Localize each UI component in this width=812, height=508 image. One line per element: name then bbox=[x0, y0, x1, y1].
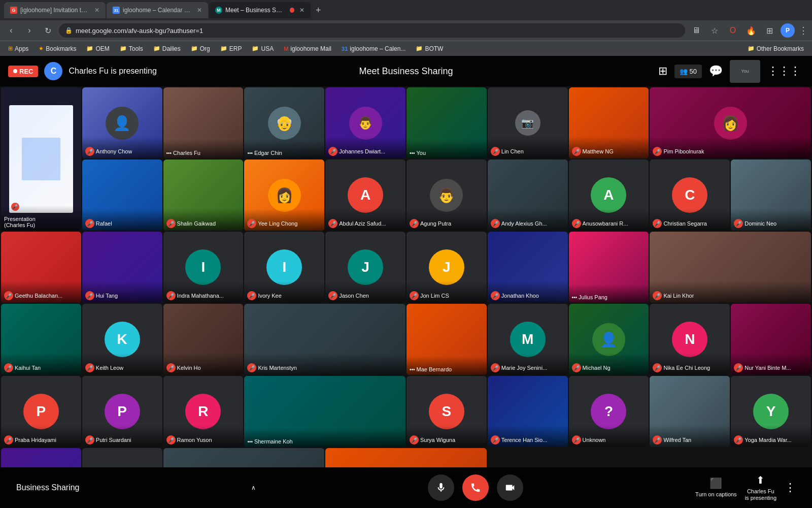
tile-andy: 🎤 Andy Alexius Gh... bbox=[488, 160, 568, 231]
bookmark-oem[interactable]: 📁 OEM bbox=[82, 44, 113, 53]
bookmark-botw[interactable]: 📁 BOTW bbox=[412, 44, 447, 53]
other-bookmarks-label: Other Bookmarks bbox=[757, 45, 804, 52]
shermaine-name-badge: ••• Shermaine Koh bbox=[244, 428, 405, 447]
yoga-name: Yoga Mardia War... bbox=[745, 437, 792, 443]
christian-mute-icon: 🎤 bbox=[653, 219, 662, 228]
tab-meet[interactable]: M Meet – Business Sharing ✕ bbox=[209, 2, 311, 18]
meet-title: Meet Business Sharing bbox=[359, 66, 453, 77]
cast-button[interactable]: 🖥 bbox=[689, 23, 703, 38]
profile-avatar[interactable]: P bbox=[781, 23, 795, 38]
bookmark-bookmarks[interactable]: ★ Bookmarks bbox=[35, 44, 80, 53]
hangup-button[interactable] bbox=[462, 474, 489, 501]
bookmark-igloohome-mail[interactable]: M igloohome Mail bbox=[280, 44, 335, 53]
nur-yani-name-badge: 🎤 Nur Yani Binte M... bbox=[731, 353, 811, 375]
chat-button[interactable]: 💬 bbox=[706, 61, 726, 81]
browser-menu-button[interactable]: ⋮ bbox=[799, 25, 808, 36]
johannes-name-badge: 🎤 Johannes Dwiart... bbox=[325, 137, 405, 158]
tile-row6-5 bbox=[325, 448, 487, 467]
bookmark-apps[interactable]: ⊞ Apps bbox=[4, 44, 32, 53]
tile-julius: ••• Julius Pang bbox=[569, 232, 649, 303]
ramon-name-badge: 🎤 Ramon Yuson bbox=[163, 425, 244, 447]
gmail-tab-label: [igloohome] Invitation to pitch t... bbox=[20, 7, 89, 14]
julius-name: Julius Pang bbox=[579, 294, 607, 300]
tab-gmail[interactable]: G [igloohome] Invitation to pitch t... ✕ bbox=[4, 2, 106, 18]
abdul-mute-icon: 🎤 bbox=[328, 219, 337, 228]
tile-johannes: 👨 🎤 Johannes Dwiart... bbox=[325, 87, 405, 158]
lin-chen-name: Lin Chen bbox=[501, 148, 524, 154]
agung-name-badge: 🎤 Agung Putra bbox=[407, 209, 487, 231]
dailies-label: Dailies bbox=[162, 45, 181, 52]
mae-controls: ••• Mae Bernardo bbox=[410, 366, 452, 372]
hui-tang-name: Hui Tang bbox=[96, 293, 118, 299]
tile-terence: 🎤 Terence Han Sio... bbox=[488, 376, 568, 447]
jon-lim-controls: 🎤 Jon Lim CS bbox=[410, 291, 449, 300]
bookmark-other[interactable]: 📁 Other Bookmarks bbox=[743, 44, 808, 53]
ivory-name: Ivory Kee bbox=[258, 293, 281, 299]
meet-tab-close[interactable]: ✕ bbox=[299, 7, 304, 14]
tile-praba: P 🎤 Praba Hridayami bbox=[1, 376, 81, 447]
unknown-mute-icon: 🎤 bbox=[572, 435, 581, 444]
tile-anthony-chow: 👤 🎤 Anthony Chow bbox=[82, 87, 162, 158]
reload-button[interactable]: ↻ bbox=[41, 23, 55, 38]
tab-calendar[interactable]: 31 igloohome – Calendar – Week of ... ✕ bbox=[107, 2, 208, 18]
extensions-button[interactable]: ⊞ bbox=[762, 23, 776, 38]
shalin-name: Shalin Gaikwad bbox=[177, 220, 216, 227]
tile-putri: P 🎤 Putri Suardani bbox=[82, 376, 162, 447]
participants-button[interactable]: 👥 50 bbox=[674, 65, 702, 78]
opera-button[interactable]: O bbox=[726, 23, 740, 38]
mae-name-badge: ••• Mae Bernardo bbox=[407, 356, 487, 375]
calendar-tab-close[interactable]: ✕ bbox=[197, 7, 202, 14]
share-screen-button[interactable]: ⬆ Charles Fuis presenting bbox=[745, 474, 776, 501]
address-bar[interactable]: 🔒 meet.google.com/afv-ausk-bgu?authuser=… bbox=[59, 23, 685, 38]
pim-name: Pim Piboolnurak bbox=[663, 148, 704, 154]
bookmark-usa[interactable]: 📁 USA bbox=[248, 44, 278, 53]
captions-button[interactable]: ⬛ Turn on captions bbox=[695, 477, 737, 498]
ramon-controls: 🎤 Ramon Yuson bbox=[166, 435, 212, 444]
bookmark-igloohome-calendar[interactable]: 31 igloohome – Calen... bbox=[337, 44, 410, 53]
bookmark-org[interactable]: 📁 Org bbox=[187, 44, 214, 53]
camera-button[interactable] bbox=[497, 474, 523, 501]
back-button[interactable]: ‹ bbox=[4, 23, 18, 38]
pim-controls: 🎤 Pim Piboolnurak bbox=[653, 147, 704, 156]
gmail-icon: M bbox=[284, 46, 288, 52]
anusow-name-badge: 🎤 Anusowbarani R... bbox=[569, 209, 649, 231]
keith-avatar: K bbox=[105, 322, 140, 357]
edgar-controls: ••• Edgar Chin bbox=[247, 150, 282, 156]
gmail-tab-close[interactable]: ✕ bbox=[94, 7, 99, 14]
yoga-name-badge: 🎤 Yoga Mardia War... bbox=[731, 425, 811, 447]
bookmark-button[interactable]: ☆ bbox=[707, 23, 722, 38]
bookmark-erp[interactable]: 📁 ERP bbox=[216, 44, 246, 53]
bookmark-tools[interactable]: 📁 Tools bbox=[116, 44, 147, 53]
tile-you: ••• You bbox=[407, 87, 487, 158]
christian-name: Christian Segarra bbox=[663, 220, 707, 227]
you-name-badge: ••• You bbox=[407, 140, 487, 158]
more-options-button[interactable]: ⋮⋮⋮ bbox=[764, 61, 804, 81]
forward-button[interactable]: › bbox=[22, 23, 37, 38]
nav-bar: ‹ › ↻ 🔒 meet.google.com/afv-ausk-bgu?aut… bbox=[0, 20, 812, 41]
unknown-avatar: ? bbox=[591, 394, 626, 429]
microphone-button[interactable] bbox=[428, 474, 454, 501]
tile-nika: N 🎤 Nika Ee Chi Leong bbox=[650, 304, 730, 375]
row6-3-photo bbox=[163, 448, 325, 467]
nika-name: Nika Ee Chi Leong bbox=[663, 365, 710, 371]
kelvin-controls: 🎤 Kelvin Ho bbox=[166, 363, 201, 372]
geethu-name: Geethu Balachan... bbox=[15, 293, 62, 299]
tile-anusow: A 🎤 Anusowbarani R... bbox=[569, 160, 649, 231]
new-tab-button[interactable]: + bbox=[312, 5, 325, 16]
johannes-avatar-img: 👨 bbox=[349, 107, 382, 140]
gmail-favicon: G bbox=[10, 7, 17, 14]
rafael-name-badge: 🎤 Rafael bbox=[82, 209, 162, 231]
collapse-button-area[interactable]: ∧ bbox=[251, 484, 256, 491]
bookmark-dailies[interactable]: 📁 Dailies bbox=[149, 44, 185, 53]
dailies-folder-icon: 📁 bbox=[153, 45, 160, 52]
grid-view-button[interactable]: ⊞ bbox=[655, 61, 670, 81]
christian-avatar: C bbox=[672, 177, 707, 213]
bottom-more-button[interactable]: ⋮ bbox=[785, 481, 796, 494]
geethu-controls: 🎤 Geethu Balachan... bbox=[4, 291, 62, 300]
browser-icon[interactable]: 🔥 bbox=[744, 23, 758, 38]
abdul-name-badge: 🎤 Abdul Aziz Safud... bbox=[325, 209, 405, 231]
apps-label: Apps bbox=[15, 45, 28, 52]
julius-controls: ••• Julius Pang bbox=[572, 294, 607, 300]
you-mini-tile: You bbox=[730, 60, 760, 83]
dominic-controls: 🎤 Dominic Neo bbox=[734, 219, 776, 228]
